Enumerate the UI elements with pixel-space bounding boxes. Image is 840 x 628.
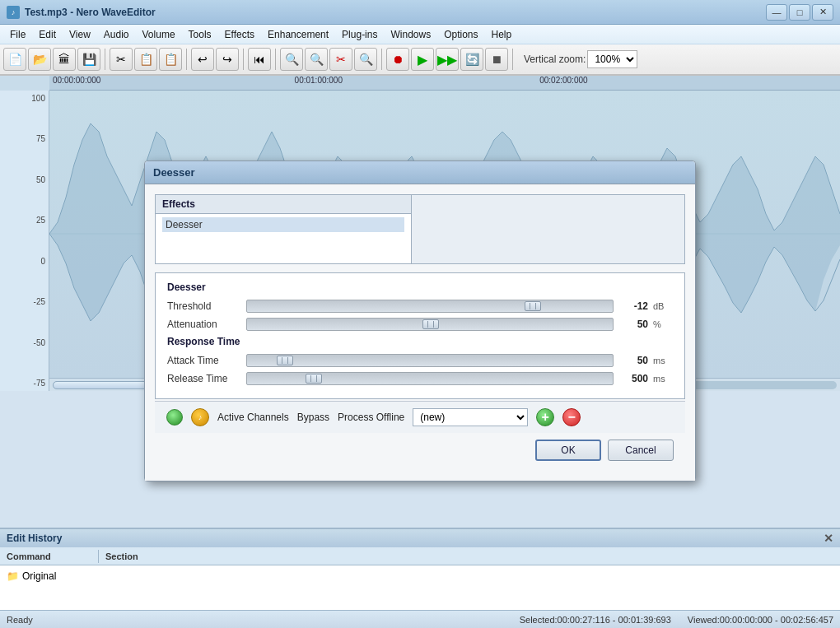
cancel-button[interactable]: Cancel <box>608 440 674 461</box>
edit-history-columns: Command Section <box>0 547 840 565</box>
menu-edit[interactable]: Edit <box>32 27 63 42</box>
release-unit: ms <box>653 374 673 384</box>
attenuation-unit: % <box>653 319 673 329</box>
close-button[interactable]: ✕ <box>812 4 833 21</box>
threshold-row: Threshold -12 dB <box>167 300 673 313</box>
release-thumb[interactable] <box>306 374 322 384</box>
col-command: Command <box>0 550 99 563</box>
threshold-value: -12 <box>618 300 648 312</box>
bottom-controls: ♪ Active Channels Bypass Process Offline… <box>155 401 685 433</box>
effects-list-item-deesser[interactable]: Deesser <box>162 217 404 232</box>
attenuation-value: 50 <box>618 319 648 330</box>
menu-enhancement[interactable]: Enhancement <box>261 27 335 42</box>
add-preset-button[interactable]: + <box>536 408 554 426</box>
menu-options[interactable]: Options <box>437 27 484 42</box>
menu-volume[interactable]: Volume <box>136 27 182 42</box>
cut-button[interactable]: ✂ <box>110 48 133 71</box>
effects-right <box>412 195 684 263</box>
edit-history-panel: Edit History ✕ Command Section 📁 Origina… <box>0 528 840 610</box>
status-bar: Ready Selected:00:00:27:116 - 00:01:39:6… <box>0 610 840 628</box>
maximize-button[interactable]: □ <box>789 4 810 21</box>
zoom-fit-button[interactable]: 🔍 <box>354 48 377 71</box>
menu-plugins[interactable]: Plug-ins <box>335 27 384 42</box>
zoom-in-button[interactable]: 🔍 <box>280 48 303 71</box>
attack-label: Attack Time <box>167 355 241 366</box>
minimize-button[interactable]: — <box>766 4 787 21</box>
zoom-out-button[interactable]: 🔍 <box>305 48 328 71</box>
title-bar: ♪ Test.mp3 - Nero WaveEditor — □ ✕ <box>0 0 840 25</box>
release-value: 500 <box>618 373 648 384</box>
loop-button[interactable]: 🔄 <box>460 48 483 71</box>
col-section: Section <box>99 550 145 563</box>
time-marker-1: 00:01:00:000 <box>295 76 343 85</box>
bypass-label[interactable]: Bypass <box>297 412 329 423</box>
edit-history-original: Original <box>22 570 56 582</box>
effects-header: Effects <box>156 195 411 214</box>
attack-unit: ms <box>653 356 673 365</box>
edit-history-header: Edit History ✕ <box>0 529 840 547</box>
menu-audio[interactable]: Audio <box>97 27 136 42</box>
play-loop-button[interactable]: ▶▶ <box>436 48 459 71</box>
record-button[interactable]: ⏺ <box>386 48 409 71</box>
process-offline-label[interactable]: Process Offline <box>338 412 404 423</box>
attenuation-slider[interactable] <box>246 318 614 331</box>
attenuation-thumb[interactable] <box>422 319 439 329</box>
time-marker-2: 00:02:00:000 <box>539 76 587 85</box>
remove-preset-button[interactable]: − <box>562 408 581 426</box>
ok-button[interactable]: OK <box>535 440 601 461</box>
undo-button[interactable]: ↩ <box>191 48 214 71</box>
goto-start-button[interactable]: ⏮ <box>248 48 271 71</box>
y-label-25: 25 <box>0 216 49 225</box>
zoom-select[interactable]: 100% 75% 50% 200% <box>587 50 637 68</box>
deesser-params: Deesser Threshold -12 dB Attenuation 50 … <box>155 272 685 399</box>
status-selected: Selected:00:00:27:116 - 00:01:39:693 <box>520 615 671 625</box>
attack-slider[interactable] <box>246 354 614 367</box>
paste-button[interactable]: 📋 <box>159 48 182 71</box>
menu-help[interactable]: Help <box>485 27 519 42</box>
active-button[interactable] <box>166 409 183 426</box>
attack-value: 50 <box>618 355 648 366</box>
attack-thumb[interactable] <box>277 356 293 365</box>
menu-windows[interactable]: Windows <box>384 27 437 42</box>
toolbar-separator-3 <box>243 49 244 70</box>
active-channels-label[interactable]: Active Channels <box>217 412 289 423</box>
threshold-thumb[interactable] <box>525 301 541 311</box>
save-button[interactable]: 💾 <box>77 48 100 71</box>
attenuation-row: Attenuation 50 % <box>167 318 673 331</box>
menu-file[interactable]: File <box>3 27 32 42</box>
trim-button[interactable]: ✂ <box>329 48 352 71</box>
menu-effects[interactable]: Effects <box>218 27 261 42</box>
menu-tools[interactable]: Tools <box>182 27 218 42</box>
menu-view[interactable]: View <box>63 27 97 42</box>
zoom-label: Vertical zoom: <box>524 53 586 65</box>
status-ready: Ready <box>7 615 33 625</box>
toolbar-separator-6 <box>512 49 513 70</box>
redo-button[interactable]: ↪ <box>216 48 239 71</box>
release-slider[interactable] <box>246 372 614 385</box>
toolbar-separator-5 <box>381 49 382 70</box>
stop-button[interactable]: ⏹ <box>485 48 508 71</box>
dialog-body: Effects Deesser Deesser Threshold -12 dB <box>145 184 695 481</box>
play-button[interactable]: ▶ <box>411 48 434 71</box>
y-label-neg75: -75 <box>0 379 49 388</box>
window-title: Test.mp3 - Nero WaveEditor <box>25 7 156 18</box>
channel-icon: ♪ <box>191 408 209 426</box>
copy-button[interactable]: 📋 <box>134 48 157 71</box>
dialog-title: Deesser <box>145 161 695 184</box>
edit-history-close[interactable]: ✕ <box>824 532 833 545</box>
menu-bar: File Edit View Audio Volume Tools Effect… <box>0 25 840 44</box>
open-button[interactable]: 📂 <box>28 48 51 71</box>
preset-select[interactable]: (new) Default Light Heavy <box>413 408 528 426</box>
y-label-neg50: -50 <box>0 338 49 347</box>
toolbar-separator-2 <box>186 49 187 70</box>
threshold-slider[interactable] <box>246 300 614 313</box>
effects-list[interactable]: Deesser <box>156 214 411 263</box>
edit-history-row[interactable]: 📁 Original <box>0 569 840 584</box>
deesser-dialog: Deesser Effects Deesser Deesser Threshol… <box>144 160 696 481</box>
time-marker-0: 00:00:00:000 <box>53 76 100 85</box>
history-button[interactable]: 🏛 <box>53 48 76 71</box>
new-button[interactable]: 📄 <box>3 48 26 71</box>
deesser-section-title: Deesser <box>167 281 673 293</box>
titlebar-controls: — □ ✕ <box>766 4 833 21</box>
release-label: Release Time <box>167 373 241 384</box>
